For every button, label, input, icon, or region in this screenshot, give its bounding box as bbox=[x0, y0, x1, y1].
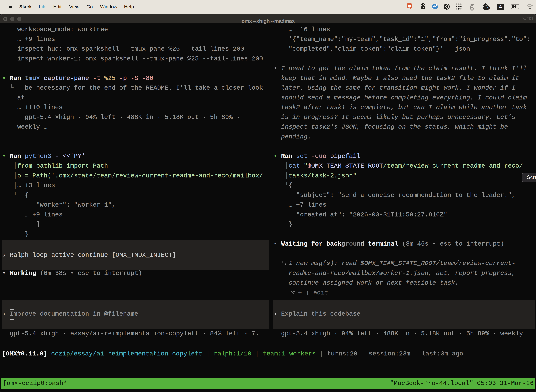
svg-text:A: A bbox=[499, 4, 502, 9]
svg-text:..61: ..61 bbox=[484, 6, 489, 10]
